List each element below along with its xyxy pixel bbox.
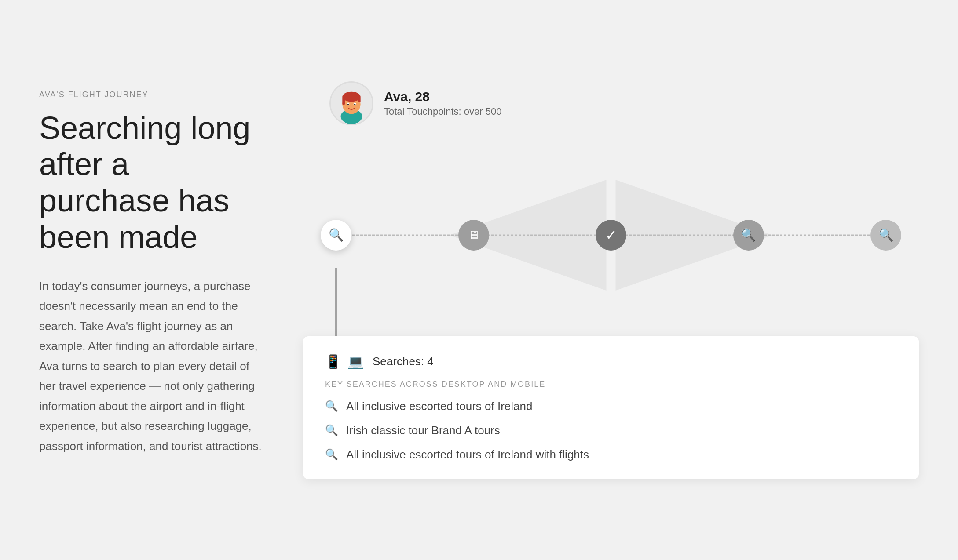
timeline-row: 🔍 🖥 ✓ 🔍 🔍 — [303, 220, 919, 251]
calendar-icon: 🖥 — [468, 228, 480, 242]
check-icon: ✓ — [605, 227, 617, 244]
eyebrow-label: AVA'S FLIGHT JOURNEY — [39, 90, 268, 99]
search-item-text-1: All inclusive escorted tours of Ireland — [346, 400, 532, 413]
card-section-label: KEY SEARCHES ACROSS DESKTOP AND MOBILE — [325, 380, 897, 389]
content-wrapper: AVA'S FLIGHT JOURNEY Searching long afte… — [39, 81, 919, 479]
svg-rect-6 — [358, 96, 361, 102]
main-heading: Searching long after a purchase has been… — [39, 110, 268, 255]
search-item: 🔍 Irish classic tour Brand A tours — [325, 424, 897, 437]
svg-rect-5 — [342, 96, 345, 105]
search-list: 🔍 All inclusive escorted tours of Irelan… — [325, 400, 897, 462]
mobile-icon: 📱 — [325, 354, 341, 369]
avatar-row: Ava, 28 Total Touchpoints: over 500 — [329, 81, 919, 125]
svg-point-10 — [354, 103, 356, 105]
svg-point-9 — [347, 103, 349, 105]
timeline-node-search-end: 🔍 — [870, 220, 901, 251]
journey-area: 🔍 🖥 ✓ 🔍 🔍 — [303, 143, 919, 327]
avatar-name: Ava, 28 — [384, 89, 501, 104]
timeline-node-search-start: 🔍 — [321, 220, 351, 251]
right-panel: Ava, 28 Total Touchpoints: over 500 — [303, 81, 919, 479]
search-item-icon-1: 🔍 — [325, 400, 338, 412]
search-item-text-3: All inclusive escorted tours of Ireland … — [346, 448, 589, 462]
svg-point-4 — [342, 91, 360, 102]
search-item: 🔍 All inclusive escorted tours of Irelan… — [325, 400, 897, 413]
search-item-icon-2: 🔍 — [325, 424, 338, 436]
avatar-info: Ava, 28 Total Touchpoints: over 500 — [384, 89, 501, 117]
search-item: 🔍 All inclusive escorted tours of Irelan… — [325, 448, 897, 462]
search-icon-end: 🔍 — [878, 228, 894, 242]
timeline-node-search-mid: 🔍 — [733, 220, 764, 251]
left-panel: AVA'S FLIGHT JOURNEY Searching long afte… — [39, 81, 268, 457]
search-item-text-2: Irish classic tour Brand A tours — [346, 424, 500, 437]
search-info-card: 📱 💻 Searches: 4 KEY SEARCHES ACROSS DESK… — [303, 336, 919, 479]
avatar — [329, 81, 373, 125]
timeline-node-check: ✓ — [596, 220, 626, 251]
body-text: In today's consumer journeys, a purchase… — [39, 276, 268, 457]
desktop-icon: 💻 — [347, 354, 364, 369]
searches-count: Searches: 4 — [373, 355, 434, 368]
page-container: AVA'S FLIGHT JOURNEY Searching long afte… — [0, 0, 958, 560]
avatar-image — [331, 83, 372, 124]
timeline-node-calendar: 🖥 — [458, 220, 489, 251]
search-icon-mid: 🔍 — [741, 228, 756, 242]
device-icons: 📱 💻 — [325, 354, 364, 369]
search-icon-start: 🔍 — [329, 228, 344, 242]
card-header: 📱 💻 Searches: 4 — [325, 354, 897, 369]
avatar-touchpoints: Total Touchpoints: over 500 — [384, 106, 501, 117]
search-item-icon-3: 🔍 — [325, 448, 338, 461]
